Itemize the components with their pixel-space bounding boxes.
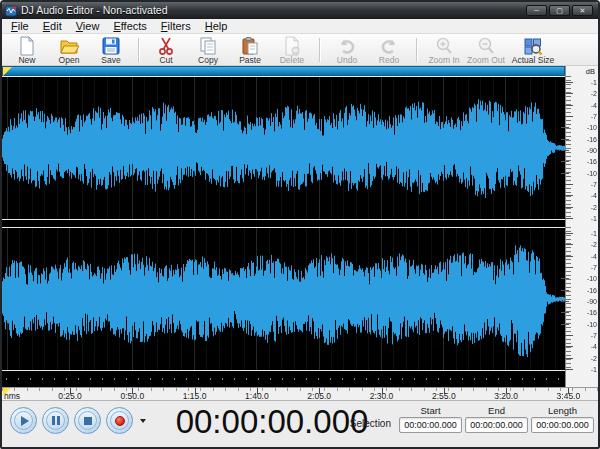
toolbar-button-label: Cut [159,55,172,65]
selection-length-field[interactable]: 00:00:00.000 [531,417,594,433]
selection-start-field[interactable]: 00:00:00.000 [399,417,462,433]
db-tick-label: -10 [587,321,597,328]
db-tick-label: -2 [591,241,597,248]
playhead-marker-top[interactable] [3,67,12,76]
channel-separator [2,220,565,227]
actual-size-icon [522,36,544,55]
copy-icon [197,36,219,55]
maximize-button[interactable]: ▢ [549,5,570,16]
db-tick-label: -4 [591,192,597,199]
db-tick-label: -16 [587,309,597,316]
menu-effects[interactable]: Effects [106,19,153,33]
selection-end-field[interactable]: 00:00:00.000 [465,417,528,433]
toolbar-cut-button[interactable]: Cut [145,35,187,65]
toolbar-open-button[interactable]: Open [48,35,90,65]
transport-controls [10,407,146,434]
db-tick-label: -1 [591,79,597,86]
zoom-in-icon [433,36,455,55]
selection-length: Length 00:00:00.000 [531,405,594,433]
titlebar[interactable]: DJ Audio Editor - Non-activated ─ ▢ ✕ [2,2,598,19]
db-tick-label: -2 [591,355,597,362]
toolbar-separator [416,38,417,62]
stop-button[interactable] [74,407,101,434]
window-title: DJ Audio Editor - Non-activated [21,2,168,19]
undo-icon [336,36,358,55]
selection-start: Start 00:00:00.000 [399,405,462,433]
redo-icon [378,36,400,55]
menu-filters[interactable]: Filters [154,19,198,33]
toolbar-button-label: Zoom In [428,55,459,65]
toolbar-button-label: Actual Size [512,55,555,65]
toolbar-zoom-in-button: Zoom In [423,35,465,65]
record-icon [110,411,129,430]
toolbar-delete-button: Delete [271,35,313,65]
playhead-marker-ruler[interactable] [3,388,11,396]
toolbar-button-label: Paste [239,55,261,65]
toolbar-button-label: Delete [280,55,305,65]
time-gridline-strip [2,371,565,387]
close-button[interactable]: ✕ [572,5,593,16]
menu-view[interactable]: View [69,19,107,33]
app-icon [5,5,17,17]
app-window: DJ Audio Editor - Non-activated ─ ▢ ✕ Fi… [0,0,600,449]
toolbar-undo-button: Undo [326,35,368,65]
db-tick-label: -4 [591,102,597,109]
cut-icon [155,36,177,55]
toolbar-actual-size-button[interactable]: Actual Size [507,35,559,65]
menu-file[interactable]: File [4,19,36,33]
delete-icon [281,36,303,55]
db-tick-label: -4 [591,253,597,260]
menu-edit[interactable]: Edit [36,19,69,33]
toolbar-button-label: New [18,55,35,65]
menu-help[interactable]: Help [198,19,235,33]
db-tick-label: -1 [591,215,597,222]
waveform-canvas-left[interactable] [2,77,565,219]
db-tick-label: -16 [587,136,597,143]
toolbar: NewOpenSaveCutCopyPasteDeleteUndoRedoZoo… [2,34,598,66]
db-tick-label: -7 [591,113,597,120]
overview-seek-bar[interactable] [2,66,565,76]
toolbar-copy-button[interactable]: Copy [187,35,229,65]
selection-end-label: End [465,405,528,416]
waveform-canvas-right[interactable] [2,228,565,370]
play-icon [14,411,33,430]
toolbar-redo-button: Redo [368,35,410,65]
db-scale-right: -1-2-4-7-10-16-90-16-10-7-4-2-1 [566,227,599,371]
db-tick-label: -7 [591,332,597,339]
db-tick-label: -90 [587,298,597,305]
play-button[interactable] [10,407,37,434]
db-tick-label: -10 [587,124,597,131]
db-tick-label: -7 [591,264,597,271]
toolbar-separator [319,38,320,62]
selection-label: Selection [350,418,391,429]
pause-button[interactable] [42,407,69,434]
time-ruler[interactable]: hms 0:25.00:50.01:15.01:40.02:05.02:30.0… [2,387,598,400]
toolbar-button-label: Undo [337,55,357,65]
record-button[interactable] [106,407,133,434]
toolbar-button-label: Zoom Out [467,55,505,65]
selection-end: End 00:00:00.000 [465,405,528,433]
paste-icon [239,36,261,55]
db-tick-label: -16 [587,158,597,165]
db-tick-label: -90 [587,147,597,154]
waveform-channel-left[interactable] [2,76,565,220]
selection-panel: Selection Start 00:00:00.000 End 00:00:0… [350,405,594,433]
waveform-channel-right[interactable] [2,227,565,371]
toolbar-new-button[interactable]: New [6,35,48,65]
minimize-button[interactable]: ─ [526,5,547,16]
toolbar-paste-button[interactable]: Paste [229,35,271,65]
zoom-out-icon [475,36,497,55]
db-scale-left: -1-2-4-7-10-16-90-16-10-7-4-2-1 [566,76,599,220]
toolbar-button-label: Copy [198,55,218,65]
db-ruler: dB -1-2-4-7-10-16-90-16-10-7-4-2-1 -1-2-… [565,66,598,387]
new-icon [16,36,38,55]
waveform-area: dB -1-2-4-7-10-16-90-16-10-7-4-2-1 -1-2-… [2,66,598,387]
save-icon [100,36,122,55]
toolbar-save-button[interactable]: Save [90,35,132,65]
stop-icon [78,411,97,430]
db-tick-label: -10 [587,170,597,177]
db-unit-label: dB [586,67,595,76]
db-tick-label: -7 [591,181,597,188]
open-icon [58,36,80,55]
db-tick-label: -16 [587,287,597,294]
